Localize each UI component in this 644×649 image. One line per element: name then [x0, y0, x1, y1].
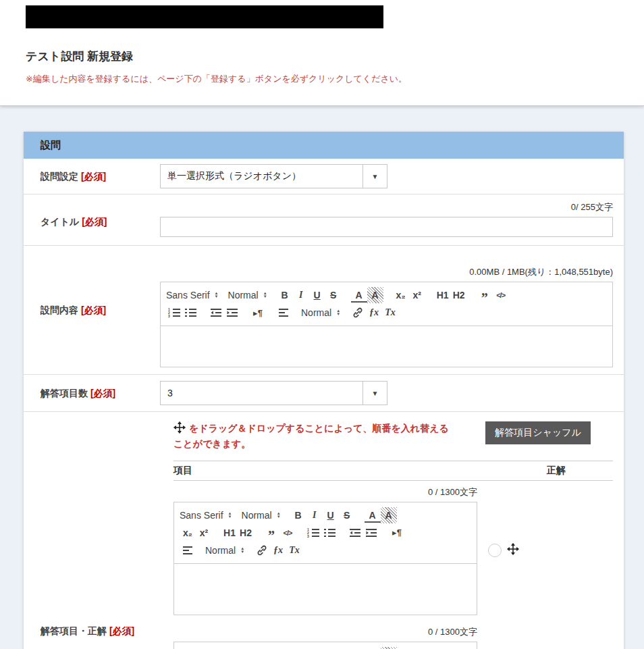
- drag-instruction-row: をドラッグ＆ドロップすることによって、順番を入れ替えることができます。 解答項目…: [173, 421, 613, 451]
- content-size-counter: 0.00MB / 1MB(残り：1,048,551byte): [160, 266, 613, 278]
- align-icon[interactable]: [180, 542, 196, 559]
- bold-icon[interactable]: B: [277, 287, 293, 303]
- question-content-editor-body[interactable]: [161, 326, 612, 367]
- svg-text:3: 3: [168, 314, 170, 318]
- superscript-icon[interactable]: x²: [196, 525, 212, 541]
- answer-item-editor: Sans Serif▲▼ Normal▲▼ B I U S A A x₂ x² …: [173, 642, 477, 649]
- blockquote-icon[interactable]: ”: [263, 525, 279, 541]
- picker-arrows-icon: ▲▼: [215, 292, 219, 298]
- answers-row: 解答項目・正解 [必須] をドラッグ＆ドロップすることによって、順番を入れ替える…: [24, 412, 624, 649]
- picker-arrows-icon: ▲▼: [277, 512, 281, 519]
- font-picker[interactable]: Sans Serif▲▼: [166, 290, 219, 301]
- underline-icon[interactable]: U: [323, 507, 339, 523]
- required-badge: [必須]: [81, 171, 106, 182]
- background-color-icon[interactable]: A: [367, 287, 383, 303]
- line-height-picker[interactable]: Normal▲▼: [205, 545, 244, 556]
- picker-arrows-icon: ▲▼: [240, 547, 244, 554]
- required-badge: [必須]: [109, 625, 134, 636]
- font-picker[interactable]: Sans Serif▲▼: [180, 510, 232, 521]
- bullet-list-icon[interactable]: [321, 525, 338, 541]
- chevron-down-icon: ▼: [363, 382, 387, 405]
- strikethrough-icon[interactable]: S: [339, 507, 355, 523]
- header2-icon[interactable]: H2: [451, 287, 467, 303]
- answer-item-counter: 0 / 1300文字: [173, 626, 477, 638]
- answer-item-row: 0 / 1300文字 Sans Serif▲▼ Normal▲▼ B I U S…: [173, 626, 613, 649]
- answer-count-label: 解答項目数 [必須]: [41, 386, 160, 400]
- main-content: 設問 設問設定 [必須] 単一選択形式（ラジオボタン） ▼ タイトル [必須] …: [0, 106, 644, 649]
- strikethrough-icon[interactable]: S: [339, 647, 355, 649]
- question-type-row: 設問設定 [必須] 単一選択形式（ラジオボタン） ▼: [24, 159, 624, 194]
- superscript-icon[interactable]: x²: [409, 287, 425, 303]
- bold-icon[interactable]: B: [290, 647, 306, 649]
- answer-item-row: 0 / 1300文字 Sans Serif▲▼ Normal▲▼ B I U S…: [173, 486, 613, 615]
- move-icon: [173, 425, 188, 436]
- question-form-card: 設問 設問設定 [必須] 単一選択形式（ラジオボタン） ▼ タイトル [必須] …: [24, 132, 624, 649]
- question-type-select[interactable]: 単一選択形式（ラジオボタン） ▼: [160, 164, 387, 188]
- required-badge: [必須]: [82, 216, 107, 227]
- align-icon[interactable]: [275, 305, 292, 321]
- page-note: ※編集した内容を登録するには、ページ下の「登録する」ボタンを必ずクリックしてくだ…: [26, 73, 407, 85]
- answer-count-row: 解答項目数 [必須] 3 ▼: [24, 375, 624, 412]
- picker-arrows-icon: ▲▼: [336, 309, 340, 316]
- underline-icon[interactable]: U: [323, 647, 339, 649]
- indent-icon[interactable]: [224, 305, 240, 321]
- line-height-picker[interactable]: Normal▲▼: [301, 307, 340, 318]
- answer-item-editor: Sans Serif▲▼ Normal▲▼ B I U S A A x₂ x² …: [173, 502, 477, 615]
- column-header-correct: 正解: [547, 465, 613, 477]
- drag-instruction: をドラッグ＆ドロップすることによって、順番を入れ替えることができます。: [173, 421, 456, 451]
- required-badge: [必須]: [81, 305, 106, 315]
- text-direction-icon[interactable]: ▸¶: [250, 305, 266, 321]
- text-color-icon[interactable]: A: [365, 509, 381, 523]
- blockquote-icon[interactable]: ”: [477, 287, 493, 303]
- header1-icon[interactable]: H1: [435, 287, 451, 303]
- outdent-icon[interactable]: [208, 305, 224, 321]
- header1-icon[interactable]: H1: [221, 525, 238, 541]
- picker-arrows-icon: ▲▼: [263, 292, 267, 298]
- editor-toolbar: Sans Serif▲▼ Normal▲▼ B I U S A A x₂ x² …: [174, 502, 477, 564]
- background-color-icon[interactable]: A: [381, 507, 397, 523]
- italic-icon[interactable]: I: [306, 647, 323, 649]
- link-icon[interactable]: [350, 305, 366, 321]
- indent-icon[interactable]: [363, 525, 379, 541]
- clean-format-icon[interactable]: Tx: [382, 305, 398, 321]
- answer-count-select[interactable]: 3 ▼: [160, 381, 387, 405]
- ordered-list-icon[interactable]: 123: [166, 305, 182, 321]
- text-direction-icon[interactable]: ▸¶: [389, 525, 405, 541]
- code-block-icon[interactable]: </>: [493, 287, 509, 303]
- ordered-list-icon[interactable]: 123: [305, 525, 321, 541]
- bullet-list-icon[interactable]: [182, 305, 198, 321]
- title-input[interactable]: [160, 217, 613, 237]
- formula-icon[interactable]: ƒx: [270, 542, 286, 559]
- svg-text:3: 3: [307, 534, 309, 538]
- size-picker[interactable]: Normal▲▼: [228, 290, 267, 301]
- move-icon[interactable]: [507, 543, 519, 558]
- size-picker[interactable]: Normal▲▼: [242, 510, 281, 521]
- editor-toolbar: Sans Serif▲▼ Normal▲▼ B I U S A A x₂ x² …: [174, 642, 477, 649]
- bold-icon[interactable]: B: [290, 507, 306, 523]
- question-content-label: 設問内容 [必須]: [41, 266, 160, 367]
- chevron-down-icon: ▼: [363, 165, 387, 188]
- link-icon[interactable]: [254, 542, 270, 559]
- subscript-icon[interactable]: x₂: [180, 525, 196, 541]
- subscript-icon[interactable]: x₂: [393, 287, 409, 303]
- formula-icon[interactable]: ƒx: [366, 305, 382, 321]
- correct-answer-radio[interactable]: [488, 544, 502, 557]
- italic-icon[interactable]: I: [306, 507, 323, 523]
- answer-item-counter: 0 / 1300文字: [173, 486, 477, 498]
- italic-icon[interactable]: I: [293, 287, 309, 303]
- underline-icon[interactable]: U: [309, 287, 325, 303]
- clean-format-icon[interactable]: Tx: [286, 542, 302, 559]
- background-color-icon[interactable]: A: [381, 647, 397, 649]
- shuffle-answers-button[interactable]: 解答項目シャッフル: [485, 421, 591, 444]
- answers-table-header: 項目 正解: [173, 461, 613, 481]
- required-badge: [必須]: [90, 388, 115, 398]
- strikethrough-icon[interactable]: S: [325, 287, 342, 303]
- text-color-icon[interactable]: A: [351, 289, 367, 303]
- question-content-row: 設問内容 [必須] 0.00MB / 1MB(残り：1,048,551byte)…: [24, 246, 624, 375]
- code-block-icon[interactable]: </>: [279, 525, 296, 541]
- title-label: タイトル [必須]: [41, 201, 160, 237]
- title-char-counter: 0/ 255文字: [160, 201, 613, 213]
- answer-item-editor-body[interactable]: [174, 564, 477, 615]
- header2-icon[interactable]: H2: [238, 525, 254, 541]
- outdent-icon[interactable]: [347, 525, 363, 541]
